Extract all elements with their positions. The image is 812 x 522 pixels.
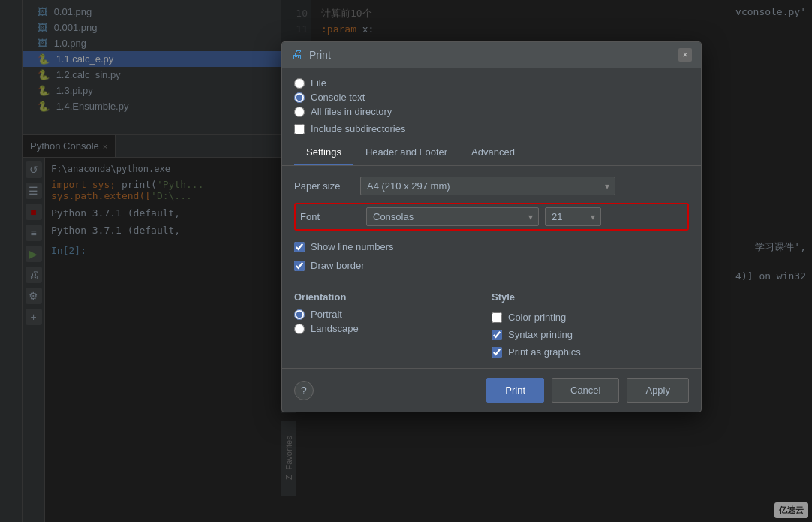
cancel-button[interactable]: Cancel [552,378,619,403]
print-as-graphics-input[interactable] [492,347,502,358]
print-as-graphics-checkbox[interactable]: Print as graphics [492,346,689,358]
tab-advanced[interactable]: Advanced [459,140,527,165]
settings-divider [294,282,689,282]
print-button[interactable]: Print [486,378,544,403]
radio-landscape[interactable]: Landscape [294,323,492,334]
apply-button[interactable]: Apply [627,378,689,403]
dialog-close-button[interactable]: × [678,48,692,62]
dialog-title-left: 🖨 Print [291,48,331,62]
color-printing-input[interactable] [492,312,502,323]
print-titlebar-icon: 🖨 [291,48,303,62]
radio-file-input[interactable] [294,78,305,89]
radio-console-text-input[interactable] [294,92,305,103]
syntax-printing-checkbox[interactable]: Syntax printing [492,329,689,340]
font-size-select[interactable]: 12 14 16 18 21 24 [545,207,601,226]
tab-settings[interactable]: Settings [294,140,353,165]
dialog-tabs: Settings Header and Footer Advanced [282,140,701,166]
paper-size-row: Paper size A4 (210 x 297 mm) Letter Lega… [294,177,689,195]
radio-console-text[interactable]: Console text [294,92,689,103]
style-checkboxes: Color printing Syntax printing Print as … [492,309,689,358]
radio-all-files[interactable]: All files in directory [294,106,689,117]
tab-header-footer[interactable]: Header and Footer [353,140,459,165]
dialog-titlebar: 🖨 Print × [282,42,701,68]
syntax-printing-input[interactable] [492,330,502,340]
color-printing-checkbox[interactable]: Color printing [492,312,689,323]
orientation-title: Orientation [294,291,492,303]
print-radio-group: File Console text All files in directory… [294,77,689,134]
show-line-numbers-input[interactable] [294,242,305,252]
draw-border-checkbox[interactable]: Draw border [294,260,689,271]
font-select[interactable]: Consolas Courier New Monospaced [366,207,539,226]
orientation-style-row: Orientation Portrait Landscape Style [294,291,689,358]
radio-portrait[interactable]: Portrait [294,309,492,320]
radio-all-files-input[interactable] [294,107,305,117]
font-row-highlight: Font Consolas Courier New Monospaced 12 … [294,203,689,231]
dialog-footer: ? Print Cancel Apply [282,368,701,412]
font-size-select-wrapper: 12 14 16 18 21 24 [545,207,601,226]
show-line-numbers-checkbox[interactable]: Show line numbers [294,241,689,252]
draw-border-input[interactable] [294,261,305,271]
footer-right-buttons: Print Cancel Apply [486,378,689,403]
radio-landscape-input[interactable] [294,324,305,334]
style-title: Style [492,291,689,303]
orientation-radio-group: Portrait Landscape [294,309,492,334]
print-options-section: File Console text All files in directory… [282,68,701,140]
paper-size-select[interactable]: A4 (210 x 297 mm) Letter Legal [360,177,615,195]
radio-portrait-input[interactable] [294,309,305,320]
orientation-section: Orientation Portrait Landscape [294,291,492,358]
radio-file[interactable]: File [294,77,689,89]
font-select-wrapper: Consolas Courier New Monospaced [366,207,539,226]
style-section: Style Color printing Syntax printing Pri… [492,291,689,358]
checks-row: Show line numbers Draw border [294,238,689,271]
settings-content: Paper size A4 (210 x 297 mm) Letter Lega… [282,166,701,368]
font-label: Font [300,211,360,222]
dialog-title-text: Print [309,49,331,61]
paper-size-select-wrapper: A4 (210 x 297 mm) Letter Legal [360,177,615,195]
help-button[interactable]: ? [294,381,314,400]
include-subdirs-input[interactable] [294,124,305,134]
paper-size-label: Paper size [294,180,354,192]
print-dialog: 🖨 Print × File Console text All files in… [281,41,702,412]
checkbox-include-subdirs[interactable]: Include subdirectories [294,123,689,134]
